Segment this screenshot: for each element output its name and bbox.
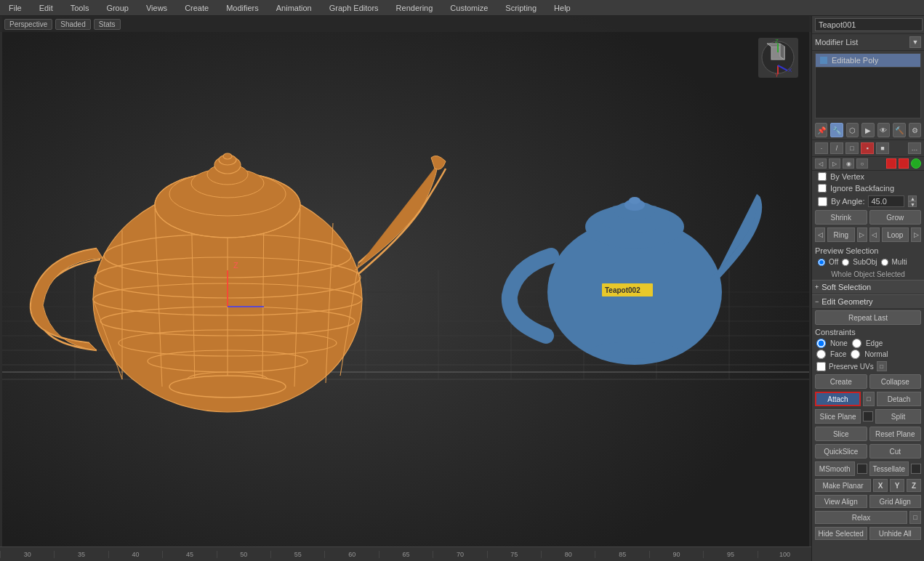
quickslice-btn[interactable]: QuickSlice: [815, 444, 867, 459]
preview-multi-radio[interactable]: [881, 259, 888, 266]
slice-plane-btn[interactable]: Slice Plane: [815, 409, 861, 424]
named-sel-btn[interactable]: …: [908, 142, 921, 154]
ruler-tick: 70: [433, 551, 486, 558]
loop-right-btn[interactable]: ▷: [911, 227, 921, 242]
vp-perspective-btn[interactable]: Perspective: [4, 19, 52, 30]
msmooth-checkbox[interactable]: [857, 464, 867, 474]
collapse-btn[interactable]: Collapse: [869, 374, 922, 389]
create-btn[interactable]: Create: [815, 374, 867, 389]
preview-selection-section: Preview Selection Off SubObj Multi: [812, 243, 924, 269]
ring-btn[interactable]: Ring: [827, 227, 855, 242]
ignore-backfacing-checkbox[interactable]: [818, 184, 827, 193]
modifier-panel-btn[interactable]: 🔧: [830, 123, 843, 137]
by-angle-checkbox[interactable]: [818, 197, 827, 206]
preserve-uvs-checkbox[interactable]: [816, 362, 826, 371]
grid-align-btn[interactable]: Grid Align: [869, 495, 922, 508]
menu-rendering[interactable]: Rendering: [393, 2, 436, 14]
by-vertex-checkbox[interactable]: [818, 172, 827, 181]
relax-settings-btn[interactable]: □: [909, 511, 921, 524]
y-btn[interactable]: Y: [890, 479, 904, 492]
modifier-list-dropdown[interactable]: ▼: [909, 36, 921, 48]
soft-selection-label: Soft Selection: [821, 283, 871, 291]
unhide-all-btn[interactable]: Unhide All: [869, 527, 922, 540]
utilities-panel-btn[interactable]: 🔨: [893, 123, 905, 137]
menu-group[interactable]: Group: [103, 2, 132, 14]
hide-selected-btn[interactable]: Hide Selected: [815, 527, 867, 540]
menu-tools[interactable]: Tools: [68, 2, 92, 14]
ring-right-btn[interactable]: ▷: [857, 227, 867, 242]
modifier-item-editable-poly[interactable]: Editable Poly: [816, 54, 920, 68]
motion-panel-btn[interactable]: ▶: [861, 123, 874, 137]
slice-btn[interactable]: Slice: [815, 427, 867, 441]
detach-btn[interactable]: Detach: [877, 392, 921, 406]
repeat-last-btn[interactable]: Repeat Last: [815, 310, 921, 325]
element-mode-btn[interactable]: ■: [876, 142, 889, 154]
hierarchy-panel-btn[interactable]: ⬡: [846, 123, 859, 137]
sel-indicator-1[interactable]: ◁: [815, 158, 827, 169]
relax-row: Relax □: [812, 509, 924, 525]
x-btn[interactable]: X: [873, 479, 888, 492]
shrink-btn[interactable]: Shrink: [815, 210, 867, 225]
menu-file[interactable]: File: [6, 2, 25, 14]
angle-input[interactable]: [868, 195, 904, 207]
grow-btn[interactable]: Grow: [869, 210, 922, 225]
menu-modifiers[interactable]: Modifiers: [223, 2, 262, 14]
edit-geometry-header[interactable]: − Edit Geometry: [812, 294, 924, 309]
cut-btn[interactable]: Cut: [869, 444, 922, 459]
attach-settings-btn[interactable]: □: [863, 392, 875, 406]
attach-btn[interactable]: Attach: [815, 392, 861, 406]
menu-animation[interactable]: Animation: [273, 2, 315, 14]
relax-btn[interactable]: Relax: [815, 511, 907, 524]
shrink-grow-row: Shrink Grow: [812, 209, 924, 226]
menu-help[interactable]: Help: [551, 2, 574, 14]
pin-icon-btn[interactable]: 📌: [815, 123, 827, 137]
display-panel-btn[interactable]: 👁: [877, 123, 890, 137]
vp-stats-btn[interactable]: Stats: [94, 19, 121, 30]
menu-customize[interactable]: Customize: [447, 2, 491, 14]
view-align-btn[interactable]: View Align: [815, 495, 867, 508]
object-name-input[interactable]: [815, 18, 923, 31]
menu-edit[interactable]: Edit: [36, 2, 56, 14]
sel-indicator-3[interactable]: ◉: [843, 158, 854, 169]
edge-mode-btn[interactable]: /: [830, 142, 843, 154]
angle-down-btn[interactable]: ▼: [908, 201, 917, 207]
tessellate-checkbox[interactable]: [911, 464, 921, 474]
constraint-normal-radio[interactable]: [851, 350, 860, 359]
menu-views[interactable]: Views: [143, 2, 170, 14]
loop-left-btn[interactable]: ◁: [869, 227, 880, 242]
tessellate-btn[interactable]: Tessellate: [869, 461, 909, 476]
preview-subobj-radio[interactable]: [842, 259, 849, 266]
split-checkbox[interactable]: [863, 411, 873, 421]
face-mode-btn[interactable]: ▪: [861, 142, 874, 154]
make-planar-btn[interactable]: Make Planar: [815, 479, 871, 492]
z-btn[interactable]: Z: [907, 479, 921, 492]
soft-selection-header[interactable]: + Soft Selection: [812, 280, 924, 294]
loop-btn[interactable]: Loop: [882, 227, 909, 242]
msmooth-btn[interactable]: MSmooth: [815, 461, 855, 476]
constraint-edge-radio[interactable]: [852, 339, 861, 348]
constraint-none-radio[interactable]: [816, 339, 826, 348]
vp-shading-btn[interactable]: Shaded: [55, 19, 90, 30]
preserve-uvs-settings[interactable]: □: [877, 361, 887, 371]
menu-graph-editors[interactable]: Graph Editors: [326, 2, 382, 14]
by-vertex-row: By Vertex: [812, 171, 924, 182]
object-name-bar: [812, 16, 924, 34]
sel-indicator-2[interactable]: ▷: [829, 158, 840, 169]
angle-up-btn[interactable]: ▲: [908, 195, 917, 201]
viewport[interactable]: Perspective Shaded Stats: [0, 16, 811, 561]
split-btn[interactable]: Split: [875, 409, 921, 424]
ruler-bottom: 30 35 40 45 50 55 60 65 70 75 80 85 90 9…: [0, 546, 811, 561]
preview-off-radio[interactable]: [818, 259, 825, 266]
reset-plane-btn[interactable]: Reset Plane: [869, 427, 922, 441]
vertex-mode-btn[interactable]: ·: [815, 142, 828, 154]
by-angle-label: By Angle:: [831, 197, 864, 206]
border-mode-btn[interactable]: □: [845, 142, 859, 154]
settings-panel-btn[interactable]: ⚙: [909, 123, 921, 137]
ring-left-btn[interactable]: ◁: [815, 227, 825, 242]
menu-create[interactable]: Create: [182, 2, 212, 14]
constraint-face-radio[interactable]: [816, 350, 826, 359]
menu-scripting[interactable]: Scripting: [502, 2, 539, 14]
sel-indicator-4[interactable]: ○: [856, 158, 868, 169]
ruler-tick: 95: [703, 551, 757, 558]
preview-off-label: Off: [829, 258, 838, 266]
